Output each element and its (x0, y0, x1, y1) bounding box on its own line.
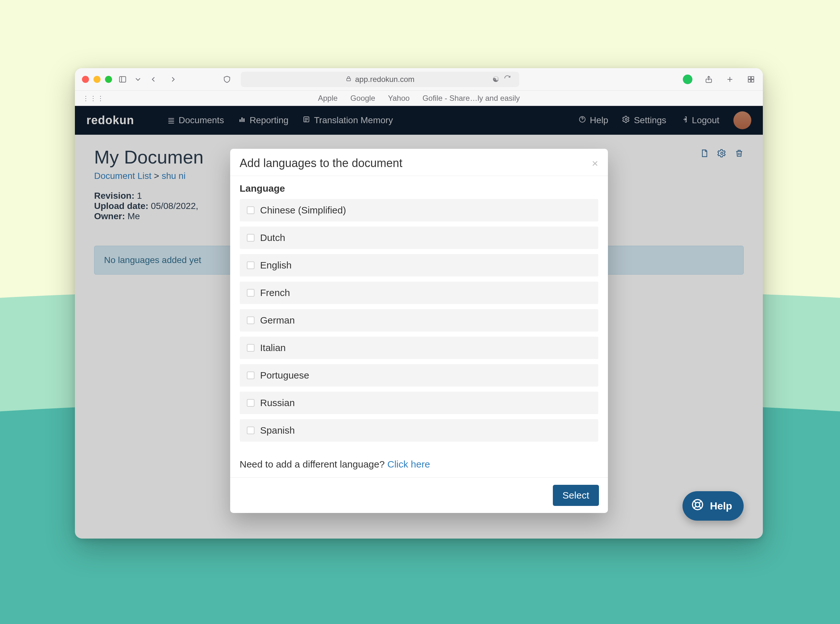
window-minimize-button[interactable] (93, 76, 101, 83)
svg-rect-1 (347, 79, 351, 81)
language-option[interactable]: Chinese (Simplified) (240, 199, 598, 221)
language-option[interactable]: German (240, 309, 598, 332)
svg-point-15 (695, 502, 700, 507)
svg-rect-5 (748, 80, 751, 82)
modal-note-link[interactable]: Click here (387, 459, 430, 470)
modal-close-button[interactable]: × (592, 157, 598, 170)
add-languages-modal: Add languages to the document × Language… (230, 149, 608, 513)
checkbox-icon[interactable] (247, 317, 255, 324)
modal-note: Need to add a different language? Click … (230, 445, 608, 477)
language-option[interactable]: Italian (240, 337, 598, 359)
language-option[interactable]: Dutch (240, 227, 598, 249)
traffic-lights (82, 76, 112, 83)
language-option-label: English (260, 260, 292, 271)
window-close-button[interactable] (82, 76, 89, 83)
language-option[interactable]: French (240, 282, 598, 304)
checkbox-icon[interactable] (247, 426, 255, 434)
language-option[interactable]: Russian (240, 392, 598, 414)
checkbox-icon[interactable] (247, 399, 255, 407)
checkbox-icon[interactable] (247, 234, 255, 242)
bookmark-item[interactable]: Apple (318, 94, 337, 103)
help-widget-label: Help (710, 500, 732, 512)
language-option-label: Russian (260, 397, 295, 408)
language-option[interactable]: English (240, 254, 598, 276)
checkbox-icon[interactable] (247, 372, 255, 379)
sidebar-toggle-icon[interactable] (118, 74, 127, 84)
language-option-label: German (260, 315, 295, 326)
modal-section-label: Language (240, 183, 598, 194)
language-option-label: French (260, 287, 290, 298)
reload-icon[interactable] (504, 75, 511, 84)
language-option-label: Dutch (260, 232, 285, 243)
language-option[interactable]: Portuguese (240, 364, 598, 386)
life-ring-icon (691, 498, 704, 514)
help-widget[interactable]: Help (682, 491, 744, 521)
checkbox-icon[interactable] (247, 261, 255, 269)
svg-rect-6 (751, 80, 754, 82)
language-list: Chinese (Simplified)DutchEnglishFrenchGe… (240, 199, 598, 442)
svg-rect-4 (751, 76, 754, 79)
share-icon[interactable] (704, 74, 713, 84)
lock-icon (345, 75, 352, 84)
shield-icon[interactable] (222, 74, 232, 84)
bookmark-item[interactable]: Google (351, 94, 375, 103)
address-bar[interactable]: app.redokun.com ☯ (241, 72, 519, 87)
bookmark-item[interactable]: Yahoo (388, 94, 410, 103)
language-option-label: Chinese (Simplified) (260, 205, 346, 216)
language-option-label: Portuguese (260, 370, 309, 381)
browser-window: app.redokun.com ☯ ⋮⋮⋮ Apple Google (75, 68, 763, 539)
select-button[interactable]: Select (553, 485, 599, 506)
extension-grammarly-icon[interactable] (683, 74, 692, 84)
nav-back-icon[interactable] (149, 74, 158, 84)
apps-grid-icon[interactable]: ⋮⋮⋮ (83, 94, 105, 102)
checkbox-icon[interactable] (247, 344, 255, 352)
translate-icon[interactable]: ☯ (492, 75, 500, 84)
browser-toolbar: app.redokun.com ☯ (75, 68, 763, 91)
modal-note-text: Need to add a different language? (240, 459, 387, 470)
checkbox-icon[interactable] (247, 289, 255, 297)
new-tab-icon[interactable] (725, 74, 735, 84)
nav-forward-icon[interactable] (169, 74, 178, 84)
checkbox-icon[interactable] (247, 206, 255, 214)
chevron-down-icon[interactable] (133, 74, 143, 84)
window-fullscreen-button[interactable] (105, 76, 112, 83)
bookmarks-bar: ⋮⋮⋮ Apple Google Yahoo Gofile - Share…ly… (75, 91, 763, 106)
language-option-label: Italian (260, 342, 286, 353)
tab-overview-icon[interactable] (746, 74, 756, 84)
modal-title: Add languages to the document (240, 156, 592, 170)
bookmark-item[interactable]: Gofile - Share…ly and easily (422, 94, 520, 103)
svg-rect-0 (119, 76, 126, 82)
svg-rect-3 (748, 76, 751, 79)
address-bar-host: app.redokun.com (355, 75, 414, 84)
language-option[interactable]: Spanish (240, 419, 598, 442)
language-option-label: Spanish (260, 425, 295, 436)
